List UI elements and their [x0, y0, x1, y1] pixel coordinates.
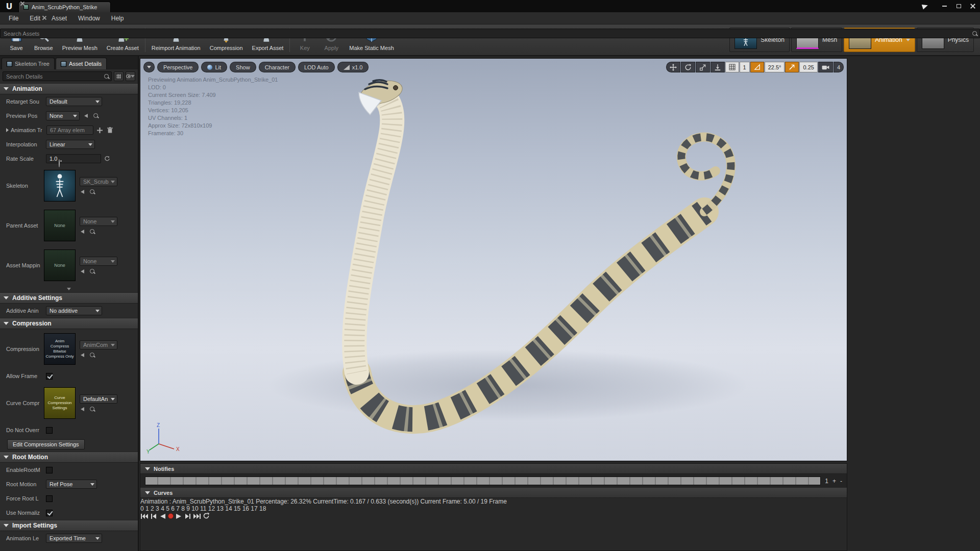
allow-frame-checkbox[interactable] [46, 373, 53, 380]
remove-notify-track-button[interactable]: - [840, 478, 842, 485]
close-tab-icon[interactable] [20, 2, 24, 6]
camera-speed-button[interactable] [818, 62, 833, 72]
surface-snap-button[interactable] [710, 62, 725, 72]
property-matrix-button[interactable] [114, 71, 124, 81]
advanced-expander[interactable] [0, 285, 138, 292]
minimize-button[interactable] [937, 0, 951, 12]
camera-speed-value[interactable]: 4 [834, 62, 844, 72]
grid-snap-value-button[interactable]: 1 [740, 62, 750, 72]
grid-snap-toggle[interactable] [725, 62, 739, 72]
step-back-button[interactable] [150, 514, 159, 521]
retarget-source-dropdown[interactable]: Default [46, 97, 102, 106]
menu-help[interactable]: Help [106, 12, 130, 24]
play-button[interactable] [176, 514, 184, 521]
browse-to-asset-icon[interactable] [89, 406, 95, 412]
notifies-header[interactable]: Notifies [140, 464, 847, 474]
asset-mapping-thumbnail[interactable]: None [44, 249, 76, 281]
edit-compression-settings-button[interactable]: Edit Compression Settings [7, 439, 85, 449]
rotation-snap-value-button[interactable]: 22.5° [765, 62, 785, 72]
notify-playhead[interactable] [323, 477, 324, 485]
lit-mode-button[interactable]: Lit [201, 62, 227, 72]
asset-search-input[interactable] [1, 29, 979, 38]
parent-asset-thumbnail[interactable]: None [44, 210, 76, 241]
root-motion-lock-dropdown[interactable]: Ref Pose [46, 480, 97, 489]
show-button[interactable]: Show [230, 62, 256, 72]
scale-snap-value-button[interactable]: 0.25 [799, 62, 817, 72]
browse-to-asset-icon[interactable] [89, 189, 95, 195]
maximize-button[interactable] [951, 0, 966, 12]
use-selected-button[interactable] [82, 112, 90, 120]
use-selected-icon[interactable] [81, 353, 84, 357]
timeline-ruler[interactable]: 0 1 2 3 4 5 6 7 8 9 10 11 12 13 14 15 16… [140, 505, 847, 521]
scale-snap-toggle[interactable] [785, 62, 799, 72]
add-element-button[interactable] [95, 126, 104, 134]
use-selected-icon[interactable] [81, 190, 84, 194]
add-notify-track-button[interactable]: + [832, 478, 836, 485]
notify-track[interactable] [145, 477, 821, 485]
screen-size-button[interactable]: x1.0 [337, 62, 369, 72]
section-root-motion[interactable]: Root Motion [0, 452, 138, 463]
do-not-override-checkbox[interactable] [46, 427, 53, 434]
go-to-start-button[interactable] [140, 514, 150, 521]
use-selected-icon[interactable] [81, 230, 84, 234]
enable-root-motion-checkbox[interactable] [46, 467, 53, 473]
menu-window[interactable]: Window [72, 12, 106, 24]
view-options-button[interactable] [126, 71, 135, 81]
interpolation-dropdown[interactable]: Linear [46, 140, 95, 149]
browse-to-asset-icon[interactable] [89, 229, 95, 235]
section-additive-settings[interactable]: Additive Settings [0, 292, 138, 304]
details-search-box[interactable] [3, 71, 112, 81]
compression-asset-dropdown[interactable]: AnimCom [80, 340, 117, 349]
tab-asset-details[interactable]: Asset Details [56, 58, 107, 69]
force-root-lock-checkbox[interactable] [46, 495, 53, 502]
use-selected-icon[interactable] [81, 269, 84, 273]
character-button[interactable]: Character [259, 62, 296, 72]
curve-compression-thumbnail[interactable]: Curve Compression Settings [44, 387, 76, 419]
menu-file[interactable]: File [3, 12, 24, 24]
skeleton-asset-thumbnail[interactable] [44, 170, 76, 202]
lod-auto-button[interactable]: LOD Auto [298, 62, 335, 72]
rotate-tool-button[interactable] [681, 62, 695, 72]
section-import-settings[interactable]: Import Settings [0, 520, 138, 531]
tick-label: 4 [161, 505, 164, 512]
expand-array-icon[interactable] [6, 128, 9, 132]
section-animation[interactable]: Animation [0, 83, 138, 94]
go-to-end-button[interactable] [193, 514, 203, 521]
animation-length-dropdown[interactable]: Exported Time [46, 534, 102, 543]
details-search-input[interactable] [3, 72, 111, 81]
document-tab[interactable]: Anim_ScrubPython_Strike [18, 2, 111, 12]
perspective-button[interactable]: Perspective [157, 62, 199, 72]
browse-to-asset-icon[interactable] [89, 352, 95, 358]
viewport-options-button[interactable] [143, 62, 155, 72]
additive-anim-dropdown[interactable]: No additive [46, 306, 102, 315]
parent-asset-dropdown[interactable]: None [80, 217, 117, 226]
skeleton-asset-dropdown[interactable]: SK_Scrub [80, 177, 117, 186]
use-normalized-checkbox[interactable] [46, 510, 53, 516]
asset-mapping-dropdown[interactable]: None [80, 257, 117, 266]
use-selected-icon[interactable] [81, 407, 84, 411]
close-tab-icon[interactable] [42, 16, 46, 20]
section-compression[interactable]: Compression [0, 318, 138, 329]
curve-compression-dropdown[interactable]: DefaultAn [80, 394, 117, 404]
asset-search-box[interactable] [0, 29, 980, 38]
rate-scale-field[interactable]: 1.0 [46, 154, 101, 163]
reset-to-default-icon[interactable] [103, 155, 111, 163]
rotation-snap-toggle[interactable] [750, 62, 764, 72]
trash-icon[interactable] [106, 126, 114, 134]
compression-asset-thumbnail[interactable]: Anim Compress Bitwise Compress Only [44, 333, 76, 365]
curves-header[interactable]: Curves [140, 488, 847, 498]
browse-to-asset-button[interactable] [92, 112, 100, 120]
record-button[interactable] [167, 514, 176, 521]
tab-skeleton-tree[interactable]: Skeleton Tree [2, 58, 55, 69]
translate-tool-button[interactable] [666, 62, 680, 72]
close-button[interactable] [966, 0, 980, 12]
viewport[interactable]: Perspective Lit Show Character LOD Auto … [140, 58, 847, 461]
play-reverse-button[interactable] [159, 514, 167, 521]
preview-pose-dropdown[interactable]: None [46, 111, 80, 120]
feedback-arrow-icon[interactable] [922, 3, 929, 10]
menu-asset[interactable]: Asset [46, 12, 72, 24]
step-forward-button[interactable] [184, 514, 193, 521]
loop-button[interactable] [203, 514, 210, 521]
browse-to-asset-icon[interactable] [89, 268, 95, 274]
scale-tool-button[interactable] [696, 62, 710, 72]
